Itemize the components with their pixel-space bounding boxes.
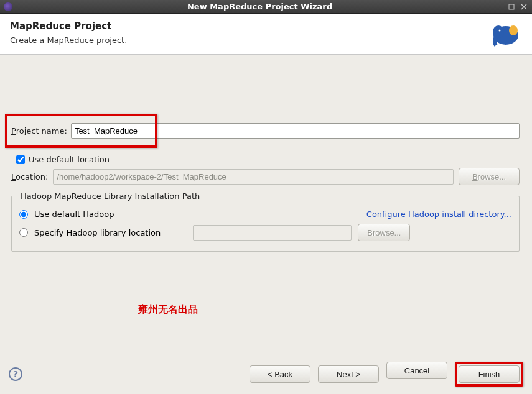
close-icon[interactable] — [520, 2, 528, 11]
watermark-text: 雍州无名出品 — [138, 303, 198, 316]
use-default-hadoop-radio[interactable] — [19, 210, 28, 219]
highlight-finish: Finish — [455, 362, 523, 387]
project-name-row: Project name: — [11, 123, 520, 139]
page-description: Create a MapReduce project. — [10, 35, 487, 45]
hadoop-legend: Hadoop MapReduce Library Installation Pa… — [18, 191, 202, 201]
svg-point-6 — [499, 30, 501, 32]
dialog-body: MapReduce Project Create a MapReduce pro… — [0, 14, 532, 394]
configure-hadoop-link[interactable]: Configure Hadoop install directory... — [366, 209, 511, 219]
window-title: New MapReduce Project Wizard — [16, 2, 503, 11]
browse-hadoop-button: Browse... — [358, 224, 410, 241]
svg-point-5 — [509, 25, 518, 35]
project-name-input[interactable] — [71, 123, 520, 139]
location-input — [53, 169, 454, 185]
hadoop-elephant-icon — [487, 21, 522, 48]
wizard-window: New MapReduce Project Wizard MapReduce P… — [0, 0, 532, 394]
footer: ? < Back Next > Cancel Finish — [0, 355, 532, 394]
use-default-location-checkbox[interactable] — [16, 155, 25, 164]
help-icon[interactable]: ? — [9, 367, 22, 381]
page-title: MapReduce Project — [10, 21, 487, 32]
specify-hadoop-label: Specify Hadoop library location — [34, 228, 161, 237]
next-button[interactable]: Next > — [318, 365, 379, 383]
back-button[interactable]: < Back — [250, 365, 310, 383]
use-default-location-row: Use default location — [11, 151, 520, 168]
use-default-hadoop-label: Use default Hadoop — [34, 209, 114, 219]
hadoop-location-input — [193, 225, 352, 241]
minimize-icon[interactable] — [507, 2, 516, 11]
project-name-label: Project name: — [11, 126, 67, 135]
svg-rect-0 — [509, 4, 514, 9]
header-panel: MapReduce Project Create a MapReduce pro… — [0, 14, 532, 55]
eclipse-icon — [4, 2, 12, 11]
location-row: Location: Browse... — [11, 168, 520, 185]
hadoop-group: Hadoop MapReduce Library Installation Pa… — [11, 191, 520, 252]
location-label: Location: — [11, 172, 48, 181]
use-default-location-label: Use default location — [29, 155, 110, 164]
titlebar: New MapReduce Project Wizard — [0, 0, 532, 14]
finish-button[interactable]: Finish — [459, 365, 520, 383]
specify-hadoop-radio[interactable] — [19, 228, 28, 237]
cancel-button[interactable]: Cancel — [386, 362, 447, 379]
specify-hadoop-row: Specify Hadoop library location Browse..… — [18, 221, 513, 244]
use-default-hadoop-row: Use default Hadoop Configure Hadoop inst… — [18, 207, 513, 221]
browse-location-button: Browse... — [459, 168, 520, 185]
